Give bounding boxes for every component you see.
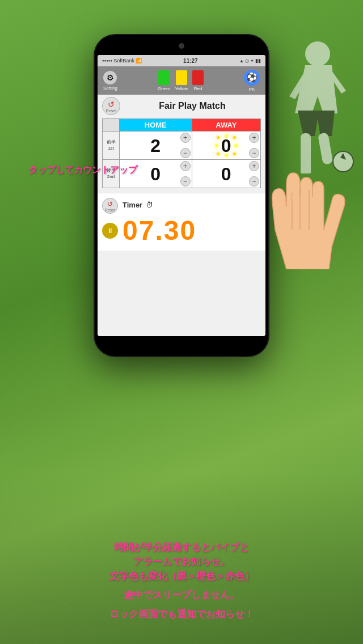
score-table: HOME AWAY 前半1st 2 + −: [102, 118, 261, 188]
wifi-icon: 📶: [136, 58, 142, 63]
timer-reset-label: Reset: [105, 208, 115, 212]
away-2nd-controls: + −: [248, 160, 260, 188]
status-left: ●●●●● SoftBank 📶: [102, 58, 142, 63]
time-display: 11:27: [183, 58, 198, 64]
bottom-line2: アラームでお知らせ。: [0, 554, 363, 569]
first-half-row: 前半1st 2 + −: [103, 132, 261, 160]
away-1st-plus[interactable]: +: [249, 133, 259, 143]
timer-header: Timer ⏱: [123, 201, 153, 209]
carrier-label: SoftBank: [113, 58, 134, 63]
timer-row: ↺ Reset Timer ⏱: [102, 198, 261, 214]
yellow-card-btn[interactable]: Yellow: [175, 70, 188, 91]
bluetooth-icon: ✦: [250, 58, 254, 63]
home-1st-cell: 2 + −: [120, 132, 192, 160]
svg-point-0: [305, 41, 330, 66]
timer-clock-icon: ⏱: [146, 201, 153, 209]
timer-reset-button[interactable]: ↺ Reset: [102, 198, 118, 214]
home-2nd-controls: + −: [179, 160, 192, 188]
red-card-icon: [192, 70, 204, 85]
bottom-line4: 途中でスリープしません。: [0, 588, 363, 603]
timer-display: 07.30: [123, 216, 196, 246]
camera: [179, 43, 184, 49]
score-reset-label: Reset: [106, 109, 116, 113]
red-label: Red: [194, 86, 202, 91]
cards-group: Green Yellow Red: [158, 70, 204, 91]
battery-icon: ▮▮: [255, 58, 261, 63]
reset-icon: ↺: [108, 100, 115, 109]
timer-section: ↺ Reset Timer ⏱ ⏸ 07.30: [98, 193, 265, 251]
status-right: ▲ ◷ ✦ ▮▮: [239, 58, 261, 63]
setting-button[interactable]: ⚙ Setting: [103, 71, 117, 91]
home-2nd-plus[interactable]: +: [180, 161, 191, 171]
toolbar: ⚙ Setting Green Yellow Red: [98, 66, 265, 95]
gear-icon: ⚙: [103, 71, 117, 84]
setting-label: Setting: [103, 86, 117, 91]
pause-icon: ⏸: [107, 227, 113, 235]
period1-label: 前半1st: [103, 132, 120, 160]
svg-rect-3: [301, 163, 311, 173]
yellow-label: Yellow: [175, 86, 188, 91]
green-label: Green: [158, 86, 170, 91]
bottom-text-block: 時間が半分経過するとバイブと アラームでお知らせ。 文字色も変化（黒＞橙色＞赤色…: [0, 540, 363, 622]
pk-label: PK: [249, 87, 255, 92]
bottom-line1: 時間が半分経過するとバイブと: [0, 540, 363, 555]
home-1st-minus[interactable]: −: [180, 148, 191, 158]
away-2nd-score: 0: [221, 165, 231, 183]
home-1st-score: 2: [150, 137, 161, 155]
home-2nd-score: 0: [150, 165, 161, 183]
bottom-line5: ロック画面でも通知でお知らせ！: [0, 607, 363, 622]
score-reset-button[interactable]: ↺ Reset: [102, 97, 120, 115]
away-2nd-cell: 0 + −: [192, 160, 260, 188]
away-1st-controls: + −: [248, 132, 260, 159]
green-card-btn[interactable]: Green: [158, 70, 170, 91]
phone-frame: ) ( ●●●●● SoftBank 📶 11:27 ▲ ◷ ✦ ▮▮: [94, 34, 269, 357]
tap-annotation: タップしてカウントアップ: [28, 164, 137, 176]
away-2nd-minus[interactable]: −: [249, 176, 259, 187]
match-title: Fair Play Match: [124, 101, 261, 111]
pause-button[interactable]: ⏸: [102, 223, 118, 239]
location-icon: ▲: [239, 58, 244, 63]
soccer-ball-icon: ⚽: [244, 70, 260, 86]
away-1st-cell: 0 + −: [192, 132, 260, 160]
red-card-btn[interactable]: Red: [192, 70, 204, 91]
away-2nd-plus[interactable]: +: [249, 161, 259, 171]
svg-rect-1: [301, 133, 311, 167]
svg-rect-2: [318, 132, 333, 164]
title-row: ↺ Reset Fair Play Match: [102, 97, 261, 115]
home-1st-controls: + −: [179, 132, 192, 159]
home-1st-plus[interactable]: +: [180, 133, 191, 143]
away-1st-minus[interactable]: −: [249, 148, 259, 158]
pk-button[interactable]: ⚽ PK: [244, 70, 260, 92]
timer-label: Timer: [123, 201, 142, 209]
bottom-line3: 文字色も変化（黒＞橙色＞赤色）: [0, 569, 363, 584]
away-1st-score: 0: [221, 137, 231, 155]
timer-reset-icon: ↺: [107, 200, 113, 208]
clock-icon-status: ◷: [245, 58, 249, 63]
home-header: HOME: [120, 119, 192, 132]
home-2nd-minus[interactable]: −: [180, 176, 191, 187]
header-row: HOME AWAY: [103, 119, 261, 132]
status-bar: ●●●●● SoftBank 📶 11:27 ▲ ◷ ✦ ▮▮: [98, 55, 265, 66]
yellow-card-icon: [176, 70, 187, 85]
green-card-icon: [158, 70, 170, 85]
phone-screen: ●●●●● SoftBank 📶 11:27 ▲ ◷ ✦ ▮▮ ⚙ Settin…: [98, 55, 265, 336]
away-header: AWAY: [192, 119, 260, 132]
